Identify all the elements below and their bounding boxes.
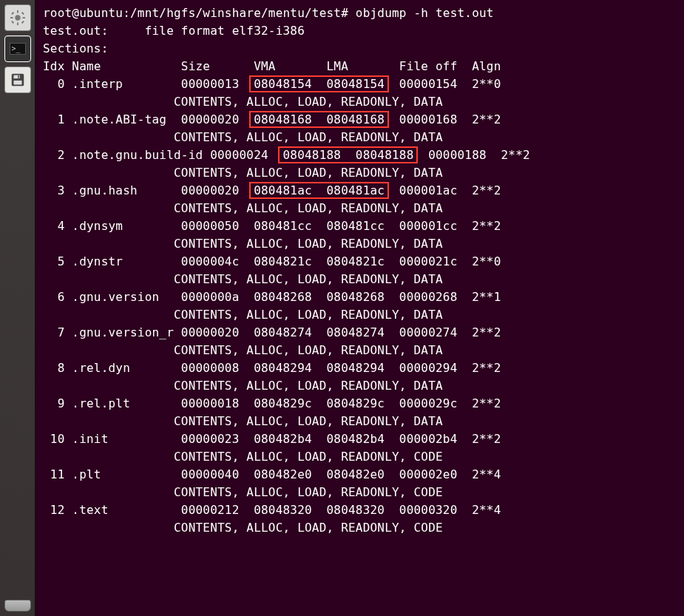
- terminal-launcher-icon[interactable]: [4, 35, 31, 62]
- section-row-12: 12 .text 00000212 08048320 08048320 0000…: [43, 501, 680, 519]
- section-row-3: 3 .gnu.hash 00000020 080481ac 080481ac 0…: [43, 182, 680, 200]
- section-attrs-0: CONTENTS, ALLOC, LOAD, READONLY, DATA: [43, 93, 680, 111]
- svg-rect-4: [22, 17, 25, 18]
- file-format-line: test.out: file format elf32-i386: [43, 22, 680, 40]
- section-row-6: 6 .gnu.version 0000000a 08048268 0804826…: [43, 288, 680, 306]
- svg-point-0: [15, 15, 20, 20]
- section-row-4: 4 .dynsym 00000050 080481cc 080481cc 000…: [43, 217, 680, 235]
- drive-icon[interactable]: [4, 600, 31, 612]
- floppy-disk-icon: [10, 72, 26, 88]
- section-attrs-4: CONTENTS, ALLOC, LOAD, READONLY, DATA: [43, 235, 680, 253]
- svg-rect-6: [21, 21, 24, 24]
- section-attrs-11: CONTENTS, ALLOC, LOAD, READONLY, CODE: [43, 484, 680, 501]
- section-row-8: 8 .rel.dyn 00000008 08048294 08048294 00…: [43, 359, 680, 377]
- terminal-icon: [10, 43, 26, 55]
- terminal-output[interactable]: root@ubuntu:/mnt/hgfs/winshare/mentu/tes…: [35, 0, 684, 616]
- settings-launcher-icon[interactable]: [4, 4, 31, 31]
- section-row-0: 0 .interp 00000013 08048154 08048154 000…: [43, 75, 680, 93]
- launcher-sidebar: [0, 0, 35, 616]
- section-attrs-2: CONTENTS, ALLOC, LOAD, READONLY, DATA: [43, 164, 680, 182]
- sections-label: Sections:: [43, 40, 680, 58]
- section-row-2: 2 .note.gnu.build-id 00000024 08048188 0…: [43, 146, 680, 164]
- svg-rect-11: [13, 81, 21, 85]
- save-launcher-icon[interactable]: [4, 67, 31, 93]
- section-attrs-8: CONTENTS, ALLOC, LOAD, READONLY, DATA: [43, 377, 680, 395]
- svg-rect-7: [21, 12, 24, 15]
- highlighted-vma-lma: 08048188 08048188: [278, 146, 418, 163]
- section-row-11: 11 .plt 00000040 080482e0 080482e0 00000…: [43, 466, 680, 484]
- svg-rect-5: [11, 12, 14, 15]
- section-header-row: Idx Name Size VMA LMA File off Algn: [43, 58, 680, 75]
- command-line: root@ubuntu:/mnt/hgfs/winshare/mentu/tes…: [43, 4, 680, 22]
- section-attrs-9: CONTENTS, ALLOC, LOAD, READONLY, DATA: [43, 413, 680, 430]
- section-attrs-7: CONTENTS, ALLOC, LOAD, READONLY, DATA: [43, 342, 680, 359]
- highlighted-vma-lma: 08048168 08048168: [249, 111, 389, 128]
- section-attrs-12: CONTENTS, ALLOC, LOAD, READONLY, CODE: [43, 519, 680, 537]
- section-attrs-3: CONTENTS, ALLOC, LOAD, READONLY, DATA: [43, 200, 680, 217]
- section-attrs-1: CONTENTS, ALLOC, LOAD, READONLY, DATA: [43, 129, 680, 146]
- highlighted-vma-lma: 080481ac 080481ac: [249, 182, 389, 199]
- section-attrs-5: CONTENTS, ALLOC, LOAD, READONLY, DATA: [43, 271, 680, 288]
- section-attrs-10: CONTENTS, ALLOC, LOAD, READONLY, CODE: [43, 448, 680, 466]
- section-row-7: 7 .gnu.version_r 00000020 08048274 08048…: [43, 324, 680, 342]
- svg-rect-3: [10, 17, 13, 18]
- section-row-9: 9 .rel.plt 00000018 0804829c 0804829c 00…: [43, 395, 680, 413]
- section-row-5: 5 .dynstr 0000004c 0804821c 0804821c 000…: [43, 253, 680, 271]
- section-attrs-6: CONTENTS, ALLOC, LOAD, READONLY, DATA: [43, 306, 680, 324]
- highlighted-vma-lma: 08048154 08048154: [249, 75, 389, 92]
- svg-rect-2: [17, 22, 18, 25]
- svg-rect-12: [18, 75, 19, 79]
- svg-rect-8: [11, 21, 14, 24]
- svg-rect-1: [17, 10, 18, 13]
- section-row-1: 1 .note.ABI-tag 00000020 08048168 080481…: [43, 111, 680, 129]
- section-row-10: 10 .init 00000023 080482b4 080482b4 0000…: [43, 430, 680, 448]
- gear-icon: [10, 10, 26, 26]
